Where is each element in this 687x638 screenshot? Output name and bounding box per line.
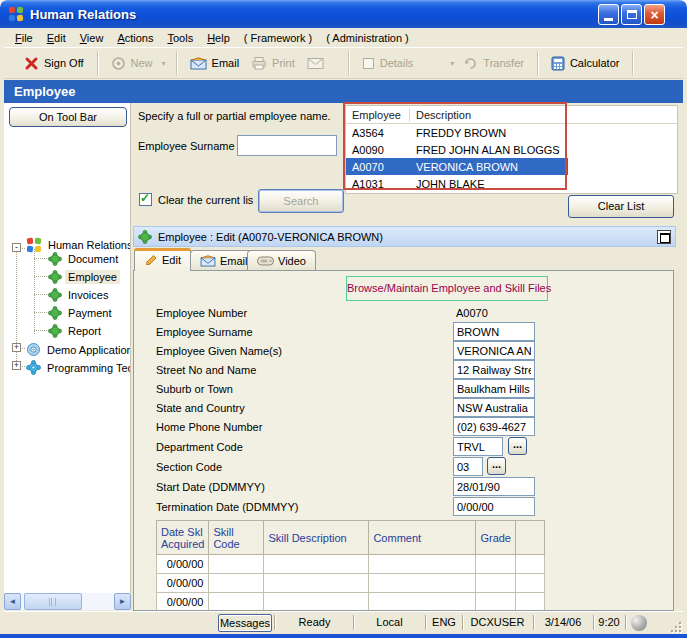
cell[interactable]	[515, 555, 544, 574]
skills-row[interactable]: 0/00/00	[157, 574, 545, 593]
transfer-button[interactable]: Transfer	[457, 53, 530, 74]
date-cell[interactable]: 0/00/00	[157, 555, 209, 574]
clear-checkbox-label: Clear the current lis	[158, 194, 253, 206]
email-button[interactable]: Email	[184, 54, 246, 73]
suburb-field[interactable]	[453, 379, 535, 398]
column-header-description[interactable]: Description	[410, 108, 567, 122]
section-code-field[interactable]	[453, 457, 483, 476]
print-button[interactable]: Print	[245, 53, 301, 73]
cell[interactable]	[515, 574, 544, 593]
on-tool-bar-button[interactable]: On Tool Bar	[9, 107, 127, 127]
menu-framework[interactable]: ( Framework )	[237, 30, 319, 46]
application-icon	[26, 237, 42, 253]
termination-date-field[interactable]	[453, 497, 535, 516]
tree-collapse-box[interactable]: -	[12, 243, 21, 252]
cell[interactable]	[264, 555, 369, 574]
menu-tools[interactable]: Tools	[160, 30, 200, 46]
field-label: Employee Given Name(s)	[156, 342, 282, 360]
home-phone-field[interactable]	[453, 417, 535, 436]
cell[interactable]	[209, 593, 264, 612]
state-country-field[interactable]	[453, 398, 535, 417]
video-icon	[257, 256, 274, 266]
section-lookup-button[interactable]: ...	[487, 457, 506, 475]
tree-expand-box[interactable]: +	[12, 343, 21, 352]
start-date-field[interactable]	[453, 477, 535, 496]
tree-node-invoices[interactable]: Invoices	[48, 288, 111, 302]
tree-node-report[interactable]: Report	[48, 324, 104, 338]
scroll-right-arrow[interactable]: ►	[114, 593, 131, 610]
sidebar-horizontal-scrollbar[interactable]: ◄ ►	[4, 593, 131, 610]
cell[interactable]	[369, 593, 476, 612]
cell[interactable]	[264, 593, 369, 612]
clear-list-button[interactable]: Clear List	[568, 195, 674, 218]
check-icon: ✓	[140, 191, 150, 205]
tab-video[interactable]: Video	[247, 250, 316, 270]
tree-node-payment[interactable]: Payment	[48, 306, 114, 320]
status-local: Local	[356, 616, 423, 628]
scrollbar-thumb[interactable]	[24, 593, 82, 610]
list-item[interactable]: A3564 FREDDY BROWN	[346, 124, 568, 141]
surname-input[interactable]	[237, 135, 337, 156]
new-button[interactable]: New	[105, 53, 159, 74]
print-icon	[251, 56, 267, 70]
send-envelope-button[interactable]	[301, 54, 330, 73]
menu-file[interactable]: File	[8, 30, 40, 46]
scrollbar-track[interactable]	[82, 593, 114, 610]
tab-edit[interactable]: Edit	[134, 248, 191, 271]
cell[interactable]	[369, 555, 476, 574]
given-names-field[interactable]	[453, 341, 535, 360]
cell[interactable]	[369, 574, 476, 593]
tree-expand-box[interactable]: +	[12, 361, 21, 370]
clear-list-checkbox[interactable]: ✓	[139, 193, 152, 206]
minimize-button[interactable]	[598, 4, 619, 25]
street-field[interactable]	[453, 360, 535, 379]
menu-view[interactable]: View	[73, 30, 111, 46]
skills-row[interactable]: 0/00/00	[157, 555, 545, 574]
tree-node-programming-tec[interactable]: Programming Tec	[26, 360, 131, 375]
panel-restore-button[interactable]	[657, 230, 671, 244]
employee-result-list: Employee Description A3564 FREDDY BROWN …	[345, 105, 678, 194]
department-lookup-button[interactable]: ...	[508, 437, 527, 455]
cell[interactable]	[476, 555, 516, 574]
list-item[interactable]: A0090 FRED JOHN ALAN BLOGGS	[346, 141, 568, 158]
resize-grip[interactable]	[669, 620, 681, 632]
tree-node-demo-application[interactable]: Demo Application	[26, 342, 131, 357]
menu-edit[interactable]: Edit	[40, 30, 73, 46]
function-icon	[48, 306, 62, 320]
sign-off-button[interactable]: Sign Off	[18, 53, 90, 74]
new-dropdown-arrow[interactable]: ▾	[159, 59, 169, 68]
cell[interactable]	[515, 593, 544, 612]
cell[interactable]	[476, 593, 516, 612]
department-code-field[interactable]	[453, 437, 503, 456]
tree-node-employee[interactable]: Employee	[48, 270, 120, 284]
menu-help[interactable]: Help	[200, 30, 237, 46]
status-date: 3/14/06	[535, 616, 591, 628]
list-item-selected[interactable]: A0070 VERONICA BROWN	[346, 158, 568, 175]
toolbar-separator	[97, 51, 98, 75]
menu-actions[interactable]: Actions	[110, 30, 160, 46]
list-item[interactable]: A1031 JOHN BLAKE	[346, 175, 568, 192]
tree-node-human-relations[interactable]: Human Relations	[26, 237, 131, 253]
column-header-employee[interactable]: Employee	[346, 108, 410, 122]
cell[interactable]	[209, 555, 264, 574]
close-button[interactable]: ×	[644, 4, 665, 25]
calculator-button[interactable]: Calculator	[545, 53, 626, 74]
cell[interactable]	[476, 574, 516, 593]
skills-row[interactable]: 0/00/00	[157, 593, 545, 612]
email-icon	[200, 255, 216, 267]
scroll-left-arrow[interactable]: ◄	[4, 593, 21, 610]
date-cell[interactable]: 0/00/00	[157, 574, 209, 593]
messages-button[interactable]: Messages	[218, 614, 272, 632]
cell[interactable]	[209, 574, 264, 593]
cell[interactable]	[264, 574, 369, 593]
envelope-icon	[307, 57, 324, 70]
search-button[interactable]: Search	[258, 189, 344, 213]
menu-administration[interactable]: ( Administration )	[319, 30, 416, 46]
sidebar-tree-panel: On Tool Bar - Human Relations Document E…	[4, 103, 131, 593]
date-cell[interactable]: 0/00/00	[157, 593, 209, 612]
tree-node-document[interactable]: Document	[48, 252, 121, 266]
details-dropdown-arrow[interactable]: ▾	[447, 59, 457, 68]
details-button[interactable]: Details	[356, 54, 420, 73]
maximize-button[interactable]	[621, 4, 642, 25]
employee-surname-field[interactable]	[453, 322, 535, 341]
